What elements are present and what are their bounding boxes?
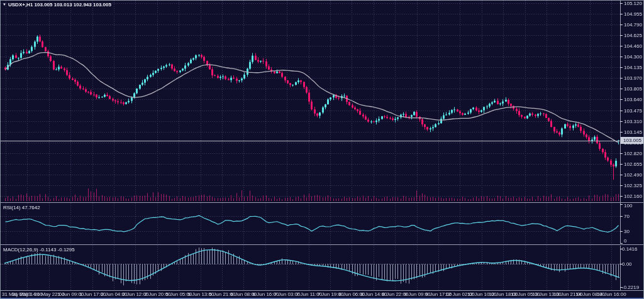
price-tick-label: 103.310 — [624, 119, 642, 124]
macd-tick-label: -0.2219 — [622, 285, 639, 290]
symbol-ohlc-title: USDX+,H1 103.005 103.013 102.943 103.005 — [8, 2, 111, 8]
price-tick-label: 102.160 — [624, 193, 642, 199]
price-chart-canvas[interactable] — [1, 1, 644, 203]
rsi-chart-canvas[interactable] — [1, 203, 644, 244]
rsi-tick-label: 100 — [624, 203, 632, 209]
chart-window: USDX+,H1 103.005 103.013 102.943 103.005… — [0, 0, 644, 299]
price-tick-label: 102.655 — [624, 161, 642, 167]
macd-axis[interactable]: 0.14160.00-0.2219 — [620, 246, 644, 290]
price-tick-label: 103.970 — [624, 75, 642, 81]
price-tick-label: 104.135 — [624, 65, 642, 70]
price-tick-label: 104.300 — [624, 54, 642, 60]
time-axis-label: 14 Jun 16:00 — [597, 291, 626, 297]
price-tick-label: 103.640 — [624, 97, 642, 102]
price-axis[interactable]: 105.120104.955104.790104.625104.460104.3… — [620, 1, 644, 203]
rsi-indicator-label: RSI(14) 47.7642 — [3, 205, 40, 210]
macd-indicator-label: MACD(12,26,9) -0.1143 -0.1295 — [3, 247, 75, 253]
rsi-tick-label: 30 — [624, 229, 630, 234]
price-tick-label: 104.790 — [624, 22, 642, 28]
price-tick-label: 103.805 — [624, 86, 642, 92]
rsi-tick-label: 0 — [624, 238, 626, 244]
price-tick-label: 103.145 — [624, 129, 642, 135]
price-tick-label: 102.490 — [624, 172, 642, 178]
macd-tick-label: 0.1416 — [622, 246, 637, 252]
price-tick-label: 104.460 — [624, 43, 642, 49]
current-price-label: 103.005 — [621, 137, 644, 144]
price-tick-label: 102.325 — [624, 183, 642, 188]
rsi-axis[interactable]: 10070300 — [620, 203, 644, 244]
price-tick-label: 102.820 — [624, 151, 642, 156]
price-tick-label: 103.475 — [624, 108, 642, 114]
panel-separator[interactable] — [1, 244, 644, 245]
price-tick-label: 104.625 — [624, 33, 642, 38]
rsi-tick-label: 70 — [624, 214, 630, 219]
macd-tick-label: 0.00 — [622, 261, 632, 267]
collapse-icon[interactable]: ▼ — [3, 2, 6, 8]
macd-chart-canvas[interactable] — [1, 246, 644, 290]
price-tick-label: 105.120 — [624, 1, 642, 6]
price-tick-label: 104.955 — [624, 11, 642, 17]
